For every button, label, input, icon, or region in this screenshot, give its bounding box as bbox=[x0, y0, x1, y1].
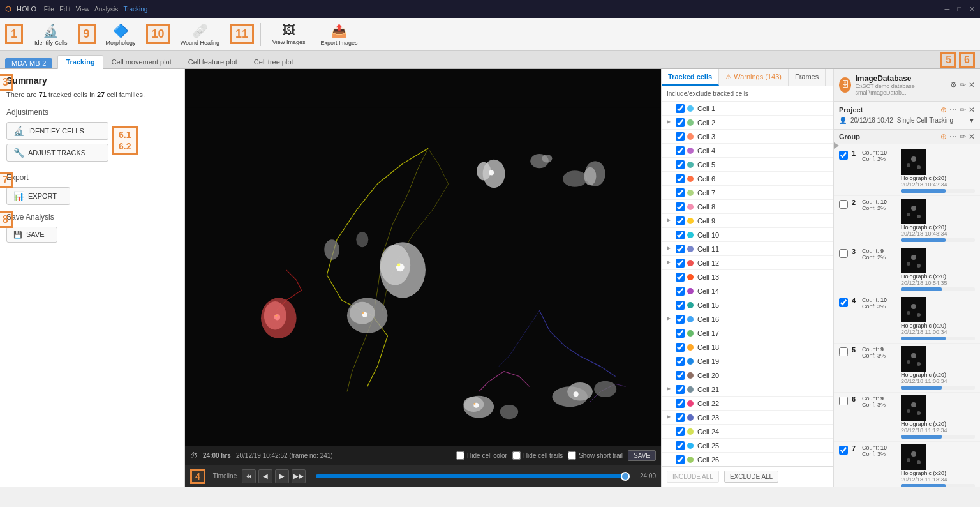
timeline-end: 24:00 bbox=[640, 473, 656, 480]
tab-tracking[interactable]: Tracking bbox=[57, 55, 103, 70]
timeline-thumb[interactable] bbox=[621, 472, 630, 481]
image-entry[interactable]: 7 Count: 10Conf: 3% Holographic (x20) 20… bbox=[834, 442, 980, 487]
image-checkbox[interactable] bbox=[839, 200, 848, 209]
cell-checkbox[interactable] bbox=[676, 160, 685, 169]
cell-expand-icon[interactable]: ▶ bbox=[667, 217, 674, 225]
timeline-play[interactable]: ▶ bbox=[275, 469, 289, 483]
identify-cells-button[interactable]: 🔬 IDENTIFY CELLS bbox=[6, 122, 108, 140]
save-button[interactable]: 💾 SAVE bbox=[6, 227, 57, 243]
export-images-toolbar-btn[interactable]: 📤 Export Images bbox=[314, 20, 364, 49]
cell-checkbox[interactable] bbox=[676, 259, 685, 268]
timeline-progress[interactable] bbox=[316, 474, 630, 478]
wound-healing-toolbar-btn[interactable]: 🩹 Wound Healing bbox=[174, 20, 226, 49]
viewport-save-button[interactable]: SAVE bbox=[628, 450, 656, 461]
cell-checkbox[interactable] bbox=[676, 455, 685, 464]
cell-expand-icon[interactable]: ▶ bbox=[667, 119, 674, 126]
project-edit-icon[interactable]: ✏ bbox=[960, 105, 966, 114]
project-settings-icon[interactable]: ⊕ bbox=[940, 105, 947, 114]
cell-expand-icon[interactable]: ▶ bbox=[667, 414, 674, 421]
hide-color-input[interactable] bbox=[456, 451, 464, 460]
project-dropdown-icon[interactable]: ▼ bbox=[969, 117, 975, 124]
collapse-arrow[interactable] bbox=[834, 144, 980, 147]
cell-expand-icon[interactable]: ▶ bbox=[667, 315, 674, 323]
cell-checkbox[interactable] bbox=[676, 357, 685, 366]
cell-checkbox[interactable] bbox=[676, 146, 685, 155]
image-checkbox[interactable] bbox=[839, 446, 848, 455]
cell-checkbox[interactable] bbox=[676, 132, 685, 141]
cell-dot bbox=[687, 133, 694, 140]
image-checkbox[interactable] bbox=[839, 249, 848, 258]
cell-checkbox[interactable] bbox=[676, 216, 685, 225]
cell-checkbox[interactable] bbox=[676, 385, 685, 394]
project-close-icon[interactable]: ✕ bbox=[969, 105, 975, 114]
dataset-tab[interactable]: MDA-MB-2 bbox=[5, 58, 52, 68]
image-entry[interactable]: 2 Count: 10Conf: 2% Holographic (x20) 20… bbox=[834, 196, 980, 245]
image-checkbox[interactable] bbox=[839, 347, 848, 356]
cell-checkbox[interactable] bbox=[676, 273, 685, 282]
exclude-all-button[interactable]: EXCLUDE ALL bbox=[724, 471, 778, 483]
cell-checkbox[interactable] bbox=[676, 287, 685, 296]
timeline-skip-start[interactable]: ⏮ bbox=[242, 469, 256, 483]
group-more-icon[interactable]: ⋯ bbox=[949, 132, 957, 141]
group-close-icon[interactable]: ✕ bbox=[969, 132, 975, 141]
image-checkbox[interactable] bbox=[839, 298, 848, 307]
tab-cell-tree[interactable]: Cell tree plot bbox=[246, 55, 302, 68]
cell-expand-icon[interactable]: ▶ bbox=[667, 245, 674, 253]
view-images-toolbar-btn[interactable]: 🖼 View Images bbox=[266, 20, 311, 48]
cell-checkbox[interactable] bbox=[676, 245, 685, 254]
cell-expand-icon[interactable]: ▶ bbox=[667, 386, 674, 393]
group-settings-icon[interactable]: ⊕ bbox=[940, 132, 947, 141]
hide-cell-color-checkbox[interactable]: Hide cell color bbox=[456, 451, 507, 460]
cell-checkbox[interactable] bbox=[676, 315, 685, 324]
show-short-trail-checkbox[interactable]: Show short trail bbox=[568, 451, 623, 460]
timeline-prev[interactable]: ◀ bbox=[258, 469, 272, 483]
timeline-next[interactable]: ▶▶ bbox=[292, 469, 306, 483]
image-checkbox[interactable] bbox=[839, 397, 848, 405]
cell-item: ▶ Cell 21 bbox=[662, 382, 833, 397]
adjust-tracks-button[interactable]: 🔧 ADJUST TRACKS bbox=[6, 144, 108, 162]
cell-checkbox[interactable] bbox=[676, 343, 685, 352]
group-edit-icon[interactable]: ✏ bbox=[960, 132, 966, 141]
tab-warnings[interactable]: ⚠ Warnings (143) bbox=[719, 69, 789, 86]
tab-cell-movement[interactable]: Cell movement plot bbox=[103, 55, 180, 68]
cell-expand-icon[interactable]: ▶ bbox=[667, 259, 674, 267]
tab-frames[interactable]: Frames bbox=[789, 69, 826, 86]
db-settings-icon[interactable]: ⚙ bbox=[950, 80, 957, 89]
cell-checkbox[interactable] bbox=[676, 413, 685, 422]
hide-cell-trails-checkbox[interactable]: Hide cell trails bbox=[512, 451, 563, 460]
image-entry[interactable]: 4 Count: 10Conf: 3% Holographic (x20) 20… bbox=[834, 294, 980, 344]
db-edit-icon[interactable]: ✏ bbox=[960, 80, 966, 89]
minimize-button[interactable]: ─ bbox=[945, 5, 950, 13]
export-button[interactable]: 📊 EXPORT bbox=[6, 187, 70, 205]
identify-cells-toolbar-btn[interactable]: 🔬 Identify Cells bbox=[28, 20, 74, 49]
hide-trails-input[interactable] bbox=[512, 451, 521, 460]
image-entry[interactable]: 1 Count: 10Conf: 2% Holographic (x20) 20… bbox=[834, 147, 980, 196]
annotation-5: 5 bbox=[940, 52, 956, 68]
cell-checkbox[interactable] bbox=[676, 399, 685, 408]
svg-point-3 bbox=[489, 170, 494, 175]
tab-cell-feature[interactable]: Cell feature plot bbox=[180, 55, 246, 68]
cell-checkbox[interactable] bbox=[676, 441, 685, 450]
maximize-button[interactable]: □ bbox=[957, 5, 961, 13]
cell-checkbox[interactable] bbox=[676, 329, 685, 338]
image-checkbox[interactable] bbox=[839, 151, 848, 160]
cell-checkbox[interactable] bbox=[676, 188, 685, 197]
tab-tracked-cells[interactable]: Tracked cells bbox=[662, 69, 719, 86]
project-more-icon[interactable]: ⋯ bbox=[949, 105, 957, 114]
cell-checkbox[interactable] bbox=[676, 104, 685, 113]
include-all-button[interactable]: INCLUDE ALL bbox=[667, 471, 719, 483]
image-entry[interactable]: 6 Count: 9Conf: 3% Holographic (x20) 20/… bbox=[834, 393, 980, 442]
cell-checkbox[interactable] bbox=[676, 231, 685, 239]
cell-checkbox[interactable] bbox=[676, 202, 685, 211]
close-button[interactable]: ✕ bbox=[969, 5, 975, 13]
image-entry[interactable]: 3 Count: 9Conf: 2% Holographic (x20) 20/… bbox=[834, 245, 980, 294]
cell-checkbox[interactable] bbox=[676, 301, 685, 310]
cell-checkbox[interactable] bbox=[676, 118, 685, 127]
db-close-icon[interactable]: ✕ bbox=[969, 80, 975, 89]
morphology-toolbar-btn[interactable]: 🔷 Morphology bbox=[100, 20, 142, 49]
cell-checkbox[interactable] bbox=[676, 427, 685, 436]
image-entry[interactable]: 5 Count: 9Conf: 3% Holographic (x20) 20/… bbox=[834, 344, 980, 393]
cell-checkbox[interactable] bbox=[676, 174, 685, 183]
cell-checkbox[interactable] bbox=[676, 371, 685, 380]
show-short-trail-input[interactable] bbox=[568, 451, 576, 460]
